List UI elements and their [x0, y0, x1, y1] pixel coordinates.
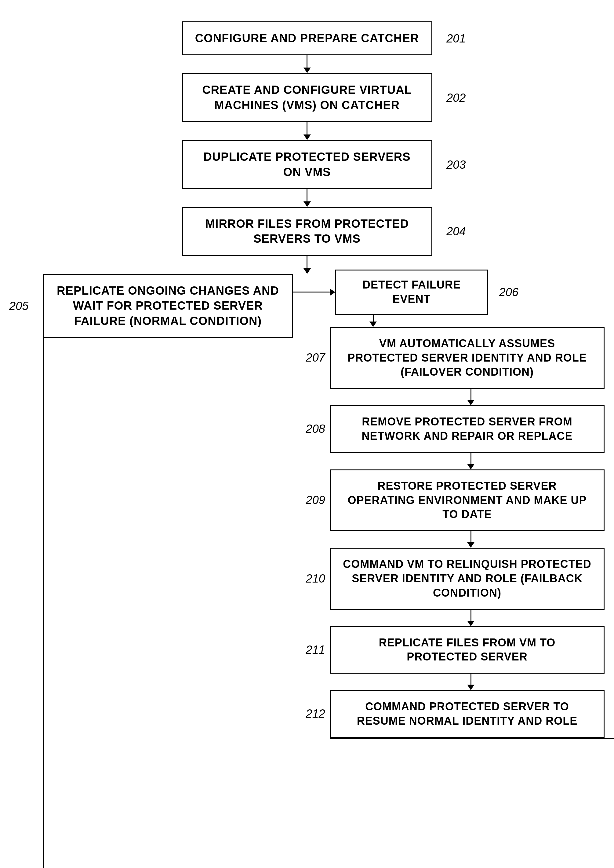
step-212-label: COMMAND PROTECTED SERVER TO RESUME NORMA…	[357, 700, 577, 727]
main-row: REPLICATE ONGOING CHANGES AND WAIT FOR P…	[43, 274, 571, 868]
step-205-container: REPLICATE ONGOING CHANGES AND WAIT FOR P…	[43, 274, 293, 338]
step-206-label: DETECT FAILURE EVENT	[363, 278, 461, 305]
arrow-209-210	[467, 531, 474, 548]
arrow-208-209	[467, 453, 474, 470]
step-208-box: REMOVE PROTECTED SERVER FROM NETWORK AND…	[330, 405, 605, 453]
arrow-line	[470, 531, 471, 542]
step-207-box: VM AUTOMATICALLY ASSUMES PROTECTED SERVE…	[330, 327, 605, 389]
step-208-num: 208	[293, 422, 330, 436]
arrow-203-204	[304, 189, 311, 207]
arrow-line	[470, 674, 471, 684]
arrow-207-208	[467, 389, 474, 405]
arrow-line	[470, 453, 471, 464]
step-210-box: COMMAND VM TO RELINQUISH PROTECTED SERVE…	[330, 548, 605, 610]
arrow-line	[307, 256, 307, 268]
step-205-box: REPLICATE ONGOING CHANGES AND WAIT FOR P…	[43, 274, 293, 338]
right-steps: 207 VM AUTOMATICALLY ASSUMES PROTECTED S…	[293, 327, 614, 738]
step-202-num: 202	[447, 91, 466, 104]
arrow-204-205	[304, 256, 311, 274]
step-202-container: CREATE AND CONFIGURE VIRTUAL MACHINES (V…	[182, 73, 433, 122]
step-206-box: DETECT FAILURE EVENT	[335, 269, 488, 315]
arrowhead	[467, 684, 474, 690]
arrow-211-212	[467, 674, 474, 690]
arrowhead	[467, 621, 474, 626]
arrow-line	[470, 389, 471, 400]
horiz-arrow-205-206: DETECT FAILURE EVENT 206	[293, 274, 488, 311]
left-col: REPLICATE ONGOING CHANGES AND WAIT FOR P…	[43, 274, 293, 868]
arrow-line	[307, 122, 307, 134]
step-204-box: MIRROR FILES FROM PROTECTED SERVERS TO V…	[182, 207, 433, 256]
step-212-num: 212	[293, 707, 330, 720]
step-206-container: DETECT FAILURE EVENT 206	[335, 269, 488, 315]
arrowhead	[304, 268, 311, 274]
flowchart-diagram: CONFIGURE AND PREPARE CATCHER 201 CREATE…	[18, 12, 596, 868]
right-section: DETECT FAILURE EVENT 206 207 VM AUTOMATI…	[293, 274, 614, 738]
arrowhead-right	[330, 289, 335, 296]
step-203-container: DUPLICATE PROTECTED SERVERS ON VMS 203	[182, 140, 433, 189]
step-209-row: 209 RESTORE PROTECTED SERVER OPERATING E…	[293, 470, 605, 531]
step-212-row: 212 COMMAND PROTECTED SERVER TO RESUME N…	[293, 690, 605, 738]
step-207-label: VM AUTOMATICALLY ASSUMES PROTECTED SERVE…	[347, 337, 586, 378]
feedback-bottom	[330, 738, 614, 739]
step-203-num: 203	[447, 158, 466, 171]
feedback-visual	[43, 338, 293, 868]
arrow-202-203	[304, 122, 311, 140]
top-section: CONFIGURE AND PREPARE CATCHER 201 CREATE…	[43, 22, 571, 274]
step-209-box: RESTORE PROTECTED SERVER OPERATING ENVIR…	[330, 470, 605, 531]
step-209-label: RESTORE PROTECTED SERVER OPERATING ENVIR…	[347, 479, 586, 521]
step-210-label: COMMAND VM TO RELINQUISH PROTECTED SERVE…	[343, 558, 591, 599]
step-211-row: 211 REPLICATE FILES FROM VM TO PROTECTED…	[293, 626, 605, 674]
step-204-num: 204	[447, 225, 466, 238]
horiz-line	[293, 292, 330, 292]
step-204-container: MIRROR FILES FROM PROTECTED SERVERS TO V…	[182, 207, 433, 256]
arrow-210-211	[467, 610, 474, 626]
step-201-box: CONFIGURE AND PREPARE CATCHER	[182, 22, 433, 55]
step-211-num: 211	[293, 643, 330, 656]
arrowhead	[467, 464, 474, 470]
step-202-box: CREATE AND CONFIGURE VIRTUAL MACHINES (V…	[182, 73, 433, 122]
step-208-row: 208 REMOVE PROTECTED SERVER FROM NETWORK…	[293, 405, 605, 453]
step-210-num: 210	[293, 572, 330, 585]
step-206-num: 206	[499, 285, 518, 299]
step-210-row: 210 COMMAND VM TO RELINQUISH PROTECTED S…	[293, 548, 605, 610]
step-201-num: 201	[447, 32, 466, 45]
arrowhead	[304, 201, 311, 207]
feedback-horiz	[330, 738, 614, 739]
step-208-label: REMOVE PROTECTED SERVER FROM NETWORK AND…	[361, 415, 572, 442]
step-205-label: REPLICATE ONGOING CHANGES AND WAIT FOR P…	[57, 284, 279, 327]
step-212-box: COMMAND PROTECTED SERVER TO RESUME NORMA…	[330, 690, 605, 738]
step-203-box: DUPLICATE PROTECTED SERVERS ON VMS	[182, 140, 433, 189]
step-204-label: MIRROR FILES FROM PROTECTED SERVERS TO V…	[205, 217, 409, 245]
arrowhead	[369, 322, 377, 327]
arrow-line	[307, 55, 307, 68]
step-201-container: CONFIGURE AND PREPARE CATCHER 201	[182, 22, 433, 55]
arrow-201-202	[304, 55, 311, 73]
step-202-label: CREATE AND CONFIGURE VIRTUAL MACHINES (V…	[202, 84, 412, 111]
step-207-row: 207 VM AUTOMATICALLY ASSUMES PROTECTED S…	[293, 327, 605, 389]
step-201-label: CONFIGURE AND PREPARE CATCHER	[195, 32, 419, 45]
step-203-label: DUPLICATE PROTECTED SERVERS ON VMS	[203, 150, 410, 178]
arrow-line	[307, 189, 307, 201]
step-209-num: 209	[293, 494, 330, 507]
feedback-left-vert	[43, 338, 43, 868]
step-207-num: 207	[293, 351, 330, 364]
arrowhead	[304, 134, 311, 140]
step-205-num: 205	[9, 299, 28, 313]
arrowhead	[467, 542, 474, 548]
step-211-label: REPLICATE FILES FROM VM TO PROTECTED SER…	[379, 636, 556, 663]
arrowhead	[304, 68, 311, 73]
arrow-line	[470, 610, 471, 621]
arrowhead	[467, 400, 474, 405]
step-211-box: REPLICATE FILES FROM VM TO PROTECTED SER…	[330, 626, 605, 674]
